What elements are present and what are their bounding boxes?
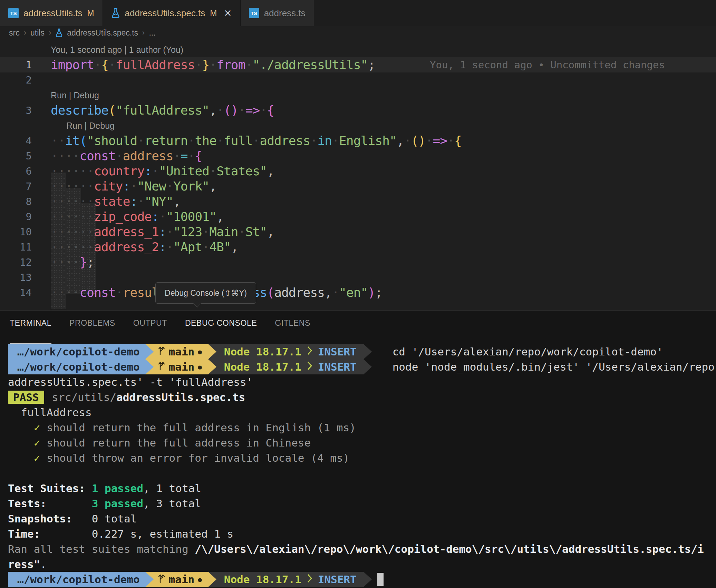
code-token: { bbox=[101, 58, 108, 72]
code-token: · bbox=[166, 240, 173, 254]
terminal-row: fullAddress bbox=[0, 405, 716, 420]
code-line-7: 7······city:·"New·York", bbox=[0, 179, 716, 194]
code-token: () bbox=[411, 134, 426, 148]
code-token: ······ bbox=[51, 209, 94, 224]
git-branch-icon bbox=[157, 345, 165, 359]
editor-tab-addressUtils.spec.ts[interactable]: addressUtils.spec.tsM✕ bbox=[103, 0, 241, 26]
chevron-right-icon bbox=[307, 361, 312, 373]
code-text: ······zip_code:·"10001", bbox=[51, 209, 224, 224]
code-token: full bbox=[224, 134, 253, 148]
terminal-row: ✓ should throw an error for invalid loca… bbox=[0, 450, 716, 466]
code-token: , bbox=[397, 134, 404, 148]
dirty-dot-icon: ● bbox=[198, 348, 202, 355]
panel-tab-problems[interactable]: PROBLEMS bbox=[69, 318, 115, 344]
branch-name: main bbox=[169, 573, 195, 586]
terminal-text: fullAddress bbox=[8, 406, 92, 419]
vscode-window: TSaddressUtils.tsMaddressUtils.spec.tsM✕… bbox=[0, 0, 716, 588]
code-token: ( bbox=[80, 134, 87, 148]
code-line-10: 10······address_1:·"123·Main·St", bbox=[0, 224, 716, 239]
code-token: ······ bbox=[51, 194, 94, 208]
line-number: 1 bbox=[0, 57, 32, 72]
git-branch-icon bbox=[157, 360, 165, 374]
code-token: } bbox=[202, 58, 209, 72]
terminal-text: node 'node_modules/.bin/jest' '/Users/al… bbox=[393, 361, 715, 373]
vi-insert-mode: INSERT bbox=[318, 573, 357, 586]
line-number: 7 bbox=[0, 179, 32, 194]
code-token: "123 bbox=[173, 225, 202, 239]
powerline-arrow-icon bbox=[145, 359, 154, 374]
terminal-text: addressUtils.spec.ts bbox=[116, 391, 245, 403]
terminal-row: Time: 0.227 s, estimated 1 s bbox=[0, 526, 716, 541]
code-token: · bbox=[209, 58, 216, 72]
codelens-separator: | bbox=[67, 90, 74, 100]
breadcrumb-item-utils[interactable]: utils bbox=[30, 28, 45, 38]
editor-tab-addressUtils.ts[interactable]: TSaddressUtils.tsM bbox=[0, 0, 103, 26]
terminal-text bbox=[46, 391, 52, 403]
terminal-text: Test Suites: bbox=[8, 482, 92, 494]
code-token: from bbox=[216, 58, 245, 72]
powerline-arrow-icon bbox=[208, 344, 216, 359]
terminal-row bbox=[0, 466, 716, 481]
breadcrumb-item-file[interactable]: addressUtils.spec.ts bbox=[67, 28, 138, 38]
test-flask-icon bbox=[55, 28, 63, 37]
prompt-node-segment: Node 18.17.1INSERT bbox=[216, 344, 364, 359]
dirty-dot-icon: ● bbox=[198, 576, 202, 583]
codelens-debug-link[interactable]: Debug bbox=[74, 90, 99, 100]
breadcrumb-item-src[interactable]: src bbox=[9, 28, 20, 38]
chevron-right-icon: › bbox=[24, 28, 26, 37]
terminal-text: . bbox=[40, 558, 47, 570]
terminal-text: 0 total bbox=[92, 512, 137, 525]
code-token: ···· bbox=[51, 149, 80, 163]
codelens-run-link[interactable]: Run bbox=[66, 121, 82, 130]
line-number: 2 bbox=[0, 72, 32, 88]
vi-insert-mode: INSERT bbox=[318, 361, 357, 373]
panel-tab-output[interactable]: OUTPUT bbox=[133, 318, 167, 344]
code-token: · bbox=[94, 58, 101, 72]
code-line-8: 8······state:·"NY", bbox=[0, 194, 716, 209]
code-editor[interactable]: You, 1 second ago | 1 author (You)1impor… bbox=[0, 39, 716, 311]
code-token: zip_code bbox=[94, 209, 152, 224]
code-token: ······ bbox=[51, 225, 94, 239]
chevron-right-icon bbox=[307, 345, 312, 358]
code-token: · bbox=[238, 225, 245, 239]
editor-tab-address.ts[interactable]: TSaddress.ts bbox=[241, 0, 314, 26]
panel-tab-debug-console[interactable]: DEBUG CONSOLE bbox=[185, 318, 257, 344]
powerline-arrow-icon bbox=[364, 359, 372, 374]
code-token: ; bbox=[368, 58, 375, 72]
breadcrumb-ellipsis[interactable]: ... bbox=[149, 28, 155, 38]
codelens: Run | Debug bbox=[51, 88, 99, 103]
code-text: ····const·address·=·{ bbox=[51, 148, 202, 164]
codelens-run-link[interactable]: Run bbox=[51, 90, 67, 100]
prompt-git-segment: main● bbox=[154, 344, 208, 359]
code-token: : bbox=[130, 194, 137, 208]
code-token: => bbox=[433, 134, 447, 148]
code-token: ······ bbox=[51, 179, 94, 193]
prompt-git-segment: main● bbox=[154, 572, 208, 587]
code-token: · bbox=[260, 103, 267, 117]
code-token: city bbox=[94, 179, 123, 193]
powerline-arrow-icon bbox=[145, 344, 154, 359]
git-branch-icon bbox=[157, 573, 165, 586]
code-token: country bbox=[94, 164, 144, 178]
code-line-12: 12····}; bbox=[0, 255, 716, 270]
bottom-panel: TERMINALPROBLEMSOUTPUTDEBUG CONSOLEGITLE… bbox=[0, 311, 716, 588]
code-token: ···· bbox=[51, 255, 80, 269]
codelens-debug-link[interactable]: Debug bbox=[89, 121, 115, 130]
terminal-row: …/work/copilot-demomain●Node 18.17.1INSE… bbox=[0, 572, 716, 587]
modified-badge: M bbox=[210, 8, 217, 18]
code-token: "New bbox=[137, 179, 166, 193]
code-token: Main bbox=[209, 225, 238, 239]
breadcrumb: src › utils › addressUtils.spec.ts › ... bbox=[0, 26, 716, 39]
code-text: ······country:·"United·States", bbox=[51, 164, 274, 179]
code-line-3: 3describe("fullAddress",·()·=>·{ bbox=[0, 103, 716, 118]
panel-tab-terminal[interactable]: TERMINAL bbox=[10, 318, 51, 344]
code-text: ······address_2:·"Apt·4B", bbox=[51, 239, 238, 255]
close-icon[interactable]: ✕ bbox=[224, 8, 232, 19]
codelens-row: Run | Debug bbox=[0, 118, 716, 133]
terminal-text: Time: bbox=[8, 528, 92, 540]
terminal[interactable]: …/work/copilot-demomain●Node 18.17.1INSE… bbox=[0, 344, 716, 587]
powerline-arrow-icon bbox=[145, 572, 154, 587]
code-token: : bbox=[144, 164, 152, 178]
code-token: · bbox=[166, 179, 173, 193]
panel-tab-gitlens[interactable]: GITLENS bbox=[275, 318, 310, 344]
